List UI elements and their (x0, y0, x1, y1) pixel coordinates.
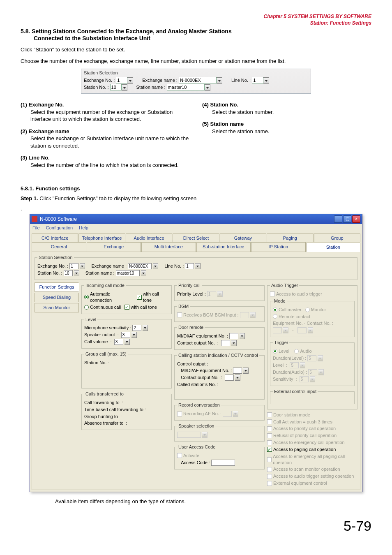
w-exch-no-v[interactable]: 1 (69, 263, 78, 269)
exch-name-dropdown-icon[interactable] (217, 77, 222, 84)
tab-direct-select[interactable]: Direct Select (173, 234, 219, 243)
main-3col: Function Settings Speed Dialing Scan Mon… (35, 282, 357, 487)
tab-audio-interface[interactable]: Audio Interface (126, 234, 172, 243)
midi-v[interactable] (229, 333, 238, 339)
menu-file[interactable]: File (32, 225, 40, 230)
contact-v[interactable] (221, 340, 230, 346)
fs-group: Group call (max. 15) Station No. : (81, 351, 172, 388)
fs-ext-ctrl-legend: External control input (273, 388, 318, 395)
tab-group[interactable]: Group (314, 234, 360, 243)
radio-auto-conn[interactable] (84, 295, 89, 299)
contact-drop[interactable] (231, 340, 237, 346)
acc-scan-l: Access to scan monitor operation (273, 466, 340, 472)
line-no-field[interactable]: 1 (252, 77, 263, 83)
radio-cont-call[interactable] (84, 305, 89, 310)
item-2-body: Select the exchange or Substation interf… (21, 135, 190, 149)
vtab-speed-dialing[interactable]: Speed Dialing (35, 293, 79, 302)
chk-calltone-1[interactable] (137, 295, 142, 300)
tab-exchange[interactable]: Exchange (87, 242, 141, 252)
tabs-row-top: C/O Interface Telephone Interface Audio … (30, 232, 362, 243)
fs-uac: User Access Code Activate Access Code : (174, 444, 265, 469)
call-vol-drop[interactable] (125, 339, 130, 345)
note-text: Available item differs depending on the … (21, 498, 371, 505)
mic-sens-drop[interactable] (143, 325, 148, 331)
tab-telephone-interface[interactable]: Telephone Interface (78, 234, 125, 243)
w-line-no-v[interactable]: 1 (185, 263, 194, 269)
access-code-l: Access Code : (181, 460, 210, 466)
w-line-no-l: Line No. : (164, 263, 184, 269)
w-stn-no-v[interactable]: 10 (64, 270, 73, 276)
tab-multi-interface[interactable]: Multi Interface (141, 242, 196, 252)
spk-out-drop[interactable] (131, 332, 137, 338)
auto-conn-label: Automatic connection (90, 291, 133, 303)
w-exch-name-v[interactable]: N-8000EX (128, 263, 152, 269)
rad-remote-contact (273, 314, 277, 319)
fs-audio-trigger: Audio Trigger Access to audio trigger Mo… (267, 282, 357, 409)
acc-emergency-l: Access to emergency call operation (273, 439, 345, 446)
midi2-drop[interactable] (243, 368, 249, 374)
stn-no-field[interactable]: 10 (110, 84, 122, 90)
contact2-drop[interactable] (235, 375, 240, 381)
chapter-header: Chapter 5 SYSTEM SETTINGS BY SOFTWARE (21, 13, 371, 20)
chk-calltone-2[interactable] (125, 305, 129, 310)
dur-level-v: 5 (307, 355, 316, 361)
w-stn-name-drop[interactable] (141, 270, 146, 276)
exch-name-field[interactable]: N-8000EX (179, 77, 217, 83)
close-button[interactable]: × (352, 215, 360, 223)
spk-out-v[interactable]: 3 (121, 332, 130, 338)
equip-no-v (273, 327, 282, 333)
tab-general[interactable]: General (32, 242, 86, 252)
fs-record: Record conversation Recording AF No. : (174, 402, 265, 421)
w-exch-no-drop[interactable] (80, 263, 85, 269)
menu-help[interactable]: Help (79, 225, 88, 230)
access-code-v[interactable] (211, 460, 235, 466)
menu-configuration[interactable]: Configuration (46, 225, 73, 230)
contact2-v[interactable] (225, 375, 234, 381)
priority-level-l: Priority Level : (177, 291, 206, 297)
maximize-button[interactable]: ▢ (343, 215, 351, 223)
station-selection-row1: Exchange No. : 1 Exchange name : N-8000E… (84, 77, 308, 84)
stn-name-field[interactable]: master10 (167, 84, 205, 90)
minimize-button[interactable]: _ (334, 215, 342, 223)
item-2-head: (2) Exchange name (21, 128, 190, 135)
level-drop (300, 362, 305, 368)
exch-no-field[interactable]: 1 (116, 77, 127, 83)
w-exch-name-l: Exchange name : (91, 263, 127, 269)
w-stn-no-drop[interactable] (74, 270, 79, 276)
call-master-l: Call master (279, 307, 302, 313)
tab-ip-station[interactable]: IP Station (251, 242, 306, 252)
exch-no-dropdown-icon[interactable] (127, 77, 133, 84)
chk-acc-emerg-paging (267, 457, 272, 462)
app-icon (32, 216, 37, 222)
receives-bgm-l: Receives BGM BGM input : (183, 312, 239, 318)
contact2-l: Contact output No. (181, 375, 219, 381)
call-vol-v[interactable]: 3 (114, 339, 123, 345)
tab-paging[interactable]: Paging (267, 234, 313, 243)
stn-name-dropdown-icon[interactable] (205, 84, 210, 91)
tab-station[interactable]: Station (306, 243, 361, 252)
chk-acc-audio-trig (267, 474, 272, 479)
calltone-1-label: with call tone (143, 291, 169, 303)
tab-substation-interface[interactable]: Sub-station Interface (196, 242, 251, 252)
midi-drop[interactable] (240, 333, 245, 339)
win-station-selection-legend: Station Selection (37, 254, 74, 261)
line-no-dropdown-icon[interactable] (263, 77, 269, 84)
chk-activate (177, 453, 182, 458)
item-2: (2) Exchange name Select the exchange or… (21, 128, 190, 150)
stn-no-dropdown-icon[interactable] (122, 84, 127, 91)
midi2-v[interactable] (233, 368, 242, 374)
line-no-label: Line No. : (231, 78, 251, 83)
vtab-scan-monitor[interactable]: Scan Monitor (35, 303, 79, 312)
vtab-function-settings[interactable]: Function Settings (35, 282, 79, 292)
item-4: (4) Station No. Select the station numbe… (202, 101, 371, 116)
chk-acc-paging[interactable] (267, 447, 272, 452)
w-stn-name-v[interactable]: master10 (116, 270, 140, 276)
w-exch-name-drop[interactable] (153, 263, 158, 269)
tab-gateway[interactable]: Gateway (220, 234, 266, 243)
w-line-no-drop[interactable] (195, 263, 201, 269)
tab-co-interface[interactable]: C/O Interface (32, 234, 78, 243)
intro-paragraph-1: Click "Station" to select the station to… (21, 46, 371, 53)
fs-record-legend: Record conversation (177, 402, 221, 408)
mic-sens-v[interactable]: 2 (132, 325, 141, 331)
item-5: (5) Station name Select the station name… (202, 120, 371, 135)
